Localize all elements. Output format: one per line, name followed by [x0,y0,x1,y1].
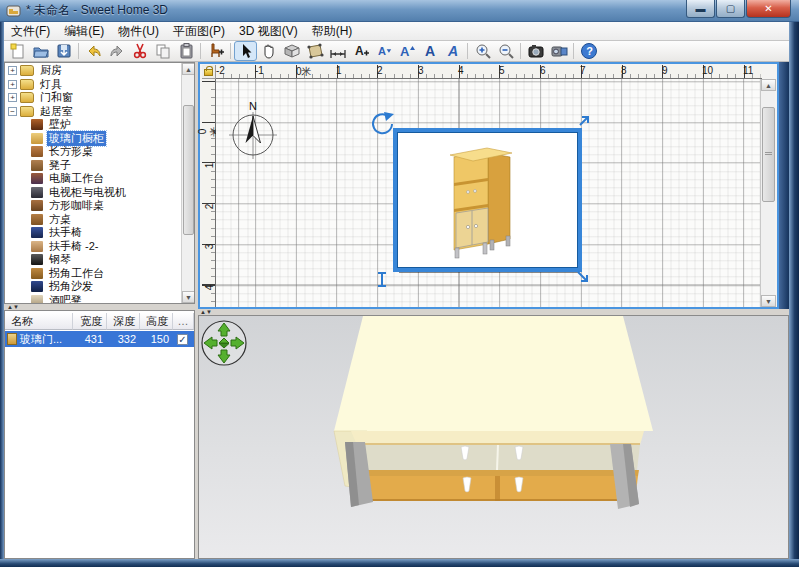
tree-category-doors-windows[interactable]: +门和窗 [5,91,181,104]
menu-help[interactable]: 帮助(H) [305,21,360,42]
svg-text:A: A [378,45,386,57]
column-header-visible[interactable]: … [173,313,194,330]
title-bar[interactable]: * 未命名 - Sweet Home 3D ▬ ▢ ✕ [0,0,799,22]
plan-compass[interactable]: N [229,100,277,159]
menu-furniture[interactable]: 物件(U) [111,21,166,42]
menu-plan[interactable]: 平面图(P) [166,21,232,42]
elevation-handle[interactable] [580,117,588,125]
plan-view[interactable]: -2 -1 0米 1 2 3 4 5 6 7 8 9 10 11 0米 1 2 … [198,62,779,309]
tree-item-stool[interactable]: 凳子 [31,159,195,172]
tree-item-armchair[interactable]: 扶手椅 [31,226,195,239]
create-walls-button[interactable] [280,41,303,61]
open-button[interactable] [29,41,52,61]
expand-plus-icon[interactable]: + [8,66,17,75]
armchair-2-icon [31,241,43,252]
add-furniture-button[interactable] [204,41,227,61]
fireplace-icon [31,119,43,130]
paste-button[interactable] [174,41,197,61]
tree-scrollbar-thumb[interactable] [183,105,194,235]
tree-item-glass-door-cabinet[interactable]: 玻璃门橱柜 [31,132,195,145]
pan-tool-button[interactable] [257,41,280,61]
glass-door-cabinet-icon [31,133,43,144]
create-video-button[interactable] [547,41,570,61]
zoom-in-button[interactable] [471,41,494,61]
furniture-list-table[interactable]: 名称 宽度 深度 高度 … 玻璃门... 431 332 150 ✓ [4,310,195,559]
column-header-name[interactable]: 名称 [5,313,73,330]
tree-item-corner-sofa[interactable]: 拐角沙发 [31,280,195,293]
svg-text:A: A [425,43,435,59]
plan-scrollbar[interactable]: ▲ ▼ [760,79,775,307]
expand-plus-icon[interactable]: + [8,80,17,89]
expand-plus-icon[interactable]: + [8,93,17,102]
svg-text:A: A [400,44,410,59]
select-tool-button[interactable] [234,41,257,61]
column-header-width[interactable]: 宽度 [73,313,107,330]
create-rooms-button[interactable] [303,41,326,61]
new-document-button[interactable] [6,41,29,61]
plan-scrollbar-thumb[interactable] [762,107,775,202]
pan-hand-icon [260,42,278,60]
cut-button[interactable] [128,41,151,61]
app-icon [6,3,21,18]
undo-button[interactable] [82,41,105,61]
copy-icon [154,42,172,60]
column-header-depth[interactable]: 深度 [107,313,140,330]
tree-item-square-table[interactable]: 方桌 [31,213,195,226]
window-border-bottom [0,559,799,567]
scroll-down-icon[interactable]: ▼ [182,291,195,303]
tree-item-fireplace[interactable]: 壁炉 [31,118,195,131]
tree-category-kitchen[interactable]: +厨房 [5,64,181,77]
menu-3dview[interactable]: 3D 视图(V) [232,21,305,42]
folder-icon [20,79,34,90]
furniture-catalog-tree[interactable]: +厨房 +灯具 +门和窗 −起居室 壁炉 玻璃门橱柜 长方形桌 凳子 电脑工作台… [4,62,195,304]
height-handle[interactable] [378,273,386,286]
help-button[interactable]: ? [577,41,600,61]
increase-text-size-button[interactable]: A [395,41,418,61]
save-button[interactable] [52,41,75,61]
menu-file[interactable]: 文件(F) [4,21,57,42]
create-dimensions-button[interactable] [326,41,349,61]
italic-button[interactable]: A [441,41,464,61]
table-row-glass-door-cabinet[interactable]: 玻璃门... 431 332 150 ✓ [5,331,194,347]
tree-category-living-room[interactable]: −起居室 [5,105,181,118]
tree-item-corner-desk[interactable]: 拐角工作台 [31,267,195,280]
close-button[interactable]: ✕ [746,0,791,18]
add-furniture-chair-icon [207,42,225,60]
decrease-text-size-button[interactable]: A [372,41,395,61]
glass-door-cabinet-icon [7,333,17,345]
tree-item-armchair-2[interactable]: 扶手椅 -2- [31,240,195,253]
tree-item-computer-desk[interactable]: 电脑工作台 [31,172,195,185]
create-photo-button[interactable] [524,41,547,61]
copy-button[interactable] [151,41,174,61]
redo-icon [108,42,126,60]
redo-button[interactable] [105,41,128,61]
create-text-button[interactable]: A [349,41,372,61]
minimize-button[interactable]: ▬ [686,0,715,18]
tree-category-lights[interactable]: +灯具 [5,78,181,91]
view-3d[interactable] [198,315,789,559]
scroll-down-icon[interactable]: ▼ [761,295,776,307]
column-header-height[interactable]: 高度 [140,313,173,330]
rotate-handle-arrow[interactable] [384,112,394,121]
zoom-in-icon [474,42,492,60]
scroll-up-icon[interactable]: ▲ [182,63,195,75]
resize-handle[interactable] [578,272,587,281]
tree-item-piano[interactable]: 钢琴 [31,253,195,266]
menu-edit[interactable]: 编辑(E) [57,21,111,42]
maximize-button[interactable]: ▢ [716,0,745,18]
select-arrow-icon [237,42,255,60]
3d-navigation-compass[interactable] [202,321,246,365]
expand-minus-icon[interactable]: − [8,107,17,116]
scroll-up-icon[interactable]: ▲ [761,79,776,91]
zoom-out-button[interactable] [494,41,517,61]
tree-item-tv-cabinet[interactable]: 电视柜与电视机 [31,186,195,199]
visible-checkbox[interactable]: ✓ [177,334,188,345]
square-coffee-table-icon [31,200,43,211]
bold-button[interactable]: A [418,41,441,61]
tree-item-rectangular-table[interactable]: 长方形桌 [31,145,195,158]
tree-item-square-coffee-table[interactable]: 方形咖啡桌 [31,199,195,212]
plan-selected-furniture[interactable] [373,112,588,286]
plan-canvas[interactable]: N [216,79,762,307]
tree-scrollbar[interactable]: ▲ ▼ [181,63,194,303]
svg-text:A: A [355,44,364,58]
